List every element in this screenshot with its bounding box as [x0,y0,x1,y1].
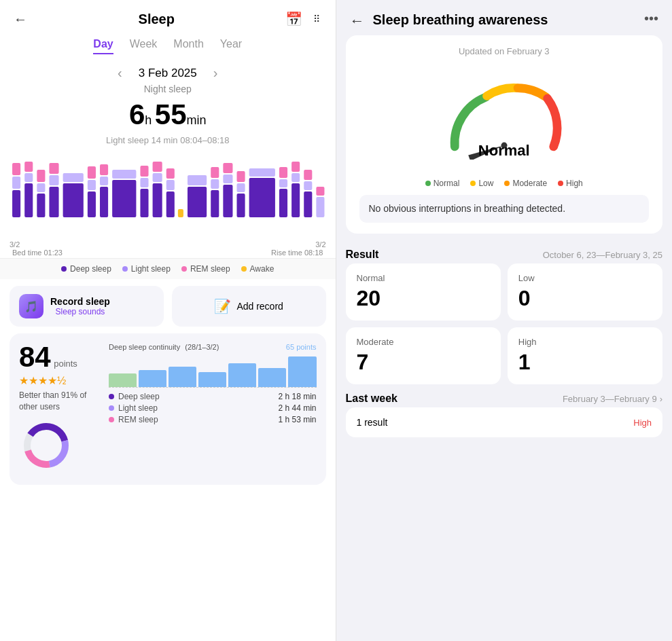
svg-rect-26 [153,173,162,182]
gauge-label-text: Normal [478,142,530,159]
svg-rect-49 [291,173,300,182]
gauge-normal-dot [425,181,431,186]
calendar-icon[interactable]: 📅 [285,11,302,27]
tab-year[interactable]: Year [220,35,242,54]
sleep-hours: 6 [129,98,145,130]
left-panel: ← Sleep 📅 ⠿ Day Week Month Year ‹ 3 Feb … [0,0,336,641]
result-date-range: October 6, 23—February 3, 25 [543,250,662,260]
right-panel-title: Sleep breathing awareness [373,11,548,29]
next-date-arrow[interactable]: › [213,65,218,81]
svg-rect-14 [88,191,96,217]
svg-rect-4 [24,173,33,182]
score-number: 84 [19,341,51,373]
svg-rect-40 [237,194,245,217]
gauge-card: Updated on February 3 Normal [346,35,663,234]
svg-rect-51 [304,191,312,217]
svg-rect-52 [304,181,312,190]
points-value: 65 points [286,343,317,351]
score-right: Deep sleep continuity (28/1–3/2) 65 poin… [109,343,317,475]
last-week-date-text: February 3—February 9 [563,394,657,404]
better-than: Better than 91% of other users [19,390,101,413]
svg-rect-20 [112,180,136,217]
gauge-moderate-label: Moderate [512,179,547,188]
svg-rect-24 [140,166,148,177]
svg-rect-19 [100,164,108,175]
sleep-score-card: 84 points ★★★★½ Better than 91% of other… [10,333,326,485]
sleep-breakdown: Deep sleep 2 h 18 min Light sleep 2 h 44… [109,392,317,424]
sleep-legend: Deep sleep Light sleep REM sleep Awake [0,258,336,279]
deep-sleep-chart-title: Deep sleep continuity (28/1–3/2) [109,343,219,351]
stat-low-value: 0 [518,286,652,311]
no-interruptions-text: No obvious interruptions in breathing de… [359,195,650,223]
svg-rect-50 [291,162,300,172]
svg-rect-47 [279,167,287,178]
svg-rect-22 [140,189,148,217]
stat-moderate-value: 7 [357,350,490,375]
svg-rect-43 [249,178,275,217]
gauge-moderate-dot [504,181,510,186]
sleep-duration: 6h 55min [0,96,336,134]
stat-moderate: Moderate 7 [346,327,501,384]
gauge-legend-normal: Normal [425,179,460,188]
svg-rect-7 [37,183,45,192]
stat-normal: Normal 20 [346,263,501,320]
stat-high-value: 1 [518,350,652,375]
svg-rect-48 [291,183,300,217]
sleep-title: Sleep [139,12,175,27]
svg-rect-6 [37,194,45,217]
deep-sleep-chart-title-row: Deep sleep continuity (28/1–3/2) 65 poin… [109,343,317,351]
awake-dot [241,266,247,272]
more-icon[interactable]: ⠿ [313,14,321,24]
stat-moderate-label: Moderate [357,337,490,347]
result-section: Result October 6, 23—February 3, 25 [336,240,673,263]
bed-rise-times: Bed time 01:23 Rise time 08:18 [7,249,329,257]
gauge-legend: Normal Low Moderate High [359,179,650,188]
svg-rect-0 [12,190,20,217]
legend-rem-sleep: REM sleep [181,264,230,274]
stars: ★★★★½ [19,374,101,387]
tab-month[interactable]: Month [173,35,203,54]
svg-rect-34 [211,190,219,217]
right-more-button[interactable]: ••• [644,11,658,26]
svg-rect-3 [24,183,33,217]
breakdown-light: Light sleep 2 h 44 min [109,403,317,413]
record-sleep-icon: 🎵 [19,294,43,318]
svg-rect-9 [49,187,58,217]
record-sleep-sub: Sleep sounds [50,307,110,316]
rem-sleep-dot [181,266,187,272]
back-button[interactable]: ← [14,12,27,27]
right-back-button[interactable]: ← [350,12,365,30]
tab-week[interactable]: Week [130,35,158,54]
svg-rect-10 [49,175,58,185]
breakdown-deep-value: 2 h 18 min [278,392,316,401]
add-record-icon: 📝 [214,298,231,314]
svg-rect-11 [49,163,58,174]
record-sleep-text: Record sleep Sleep sounds [50,296,110,316]
h-label: h [145,113,152,127]
action-row: 🎵 Record sleep Sleep sounds 📝 Add record [0,279,336,333]
gauge-high-label: High [566,179,583,188]
prev-date-arrow[interactable]: ‹ [118,65,122,81]
add-record-button[interactable]: 📝 Add record [172,286,326,327]
svg-rect-38 [223,175,232,183]
gauge-legend-high: High [558,179,583,188]
legend-deep-sleep: Deep sleep [61,264,111,274]
bed-time: Bed time 01:23 [12,249,63,257]
stat-high: High 1 [508,327,662,384]
gauge-low-label: Low [478,179,493,188]
deep-sleep-label: Deep sleep [70,264,111,274]
sleep-donut-chart [19,418,73,473]
record-sleep-button[interactable]: 🎵 Record sleep Sleep sounds [10,286,164,327]
last-week-date[interactable]: February 3—February 9 › [563,394,662,404]
current-date: 3 Feb 2025 [139,67,197,80]
rise-time: Rise time 08:18 [271,249,323,257]
svg-rect-35 [211,179,219,189]
right-header: ← Sleep breathing awareness ••• [336,0,673,35]
svg-rect-39 [223,163,232,173]
record-sleep-title: Record sleep [50,296,110,307]
svg-rect-53 [304,170,312,180]
breakdown-rem-dot [109,417,114,422]
sleep-header: ← Sleep 📅 ⠿ [0,0,336,33]
tab-day[interactable]: Day [93,35,113,54]
svg-rect-36 [211,167,219,178]
